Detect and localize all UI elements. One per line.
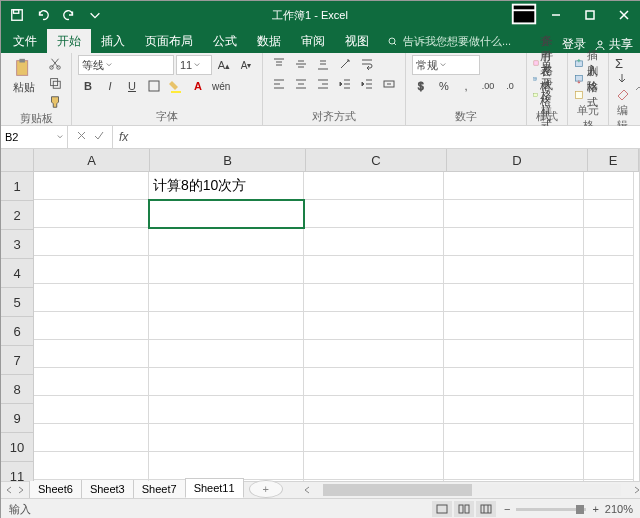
- currency-icon[interactable]: $: [412, 77, 432, 95]
- bold-button[interactable]: B: [78, 77, 98, 95]
- paste-button[interactable]: 粘贴: [7, 55, 41, 95]
- cancel-icon[interactable]: [76, 130, 87, 144]
- cell[interactable]: [584, 340, 634, 368]
- format-cells-button[interactable]: 格式: [574, 87, 602, 103]
- save-icon[interactable]: [5, 3, 29, 27]
- zoom-level[interactable]: 210%: [605, 503, 633, 515]
- cell[interactable]: [584, 172, 634, 200]
- increase-font-icon[interactable]: A▴: [214, 56, 234, 74]
- row-header[interactable]: 6: [1, 317, 33, 346]
- cell[interactable]: [149, 396, 304, 424]
- align-middle-icon[interactable]: [291, 55, 311, 73]
- cell[interactable]: [149, 200, 304, 228]
- cell[interactable]: [149, 340, 304, 368]
- underline-button[interactable]: U: [122, 77, 142, 95]
- cell-styles-button[interactable]: 单元格样式: [533, 87, 561, 103]
- font-name-combo[interactable]: 等线: [78, 55, 174, 75]
- cell[interactable]: [34, 480, 149, 481]
- tab-layout[interactable]: 页面布局: [135, 29, 203, 53]
- cell[interactable]: [584, 396, 634, 424]
- decrease-indent-icon[interactable]: [335, 75, 355, 93]
- cell[interactable]: [444, 452, 584, 480]
- row-header[interactable]: 8: [1, 375, 33, 404]
- select-all-corner[interactable]: [1, 149, 34, 172]
- copy-icon[interactable]: [45, 74, 65, 92]
- cell[interactable]: [34, 172, 149, 200]
- qat-more-icon[interactable]: [83, 3, 107, 27]
- cell[interactable]: [444, 396, 584, 424]
- cell[interactable]: [584, 284, 634, 312]
- cell[interactable]: [149, 424, 304, 452]
- merge-icon[interactable]: [379, 75, 399, 93]
- cell[interactable]: [584, 368, 634, 396]
- redo-icon[interactable]: [57, 3, 81, 27]
- border-icon[interactable]: [144, 77, 164, 95]
- row-header[interactable]: 11: [1, 462, 33, 481]
- cell[interactable]: [34, 312, 149, 340]
- cell[interactable]: [149, 368, 304, 396]
- row-header[interactable]: 4: [1, 259, 33, 288]
- normal-view-icon[interactable]: [432, 501, 452, 517]
- cell[interactable]: [34, 452, 149, 480]
- collapse-ribbon-icon[interactable]: [635, 53, 640, 125]
- cell[interactable]: [34, 424, 149, 452]
- tab-data[interactable]: 数据: [247, 29, 291, 53]
- ribbon-options-icon[interactable]: [509, 0, 539, 31]
- sheet-tab[interactable]: Sheet11: [185, 478, 244, 498]
- cell[interactable]: [584, 228, 634, 256]
- cell[interactable]: [444, 368, 584, 396]
- row-header[interactable]: 1: [1, 172, 33, 201]
- cell[interactable]: [444, 480, 584, 481]
- row-header[interactable]: 7: [1, 346, 33, 375]
- cell[interactable]: [444, 200, 584, 228]
- cell[interactable]: [304, 396, 444, 424]
- add-sheet-button[interactable]: +: [249, 480, 283, 498]
- tab-review[interactable]: 审阅: [291, 29, 335, 53]
- cell[interactable]: [304, 340, 444, 368]
- cell[interactable]: [584, 452, 634, 480]
- sheet-tab[interactable]: Sheet3: [81, 479, 134, 498]
- row-header[interactable]: 9: [1, 404, 33, 433]
- cell[interactable]: [34, 368, 149, 396]
- fill-icon[interactable]: [615, 71, 629, 87]
- fill-color-icon[interactable]: [166, 77, 186, 95]
- align-bottom-icon[interactable]: [313, 55, 333, 73]
- page-break-view-icon[interactable]: [476, 501, 496, 517]
- cell[interactable]: [444, 256, 584, 284]
- cell[interactable]: [444, 284, 584, 312]
- name-box[interactable]: B2: [1, 126, 68, 148]
- align-top-icon[interactable]: [269, 55, 289, 73]
- cell[interactable]: [304, 256, 444, 284]
- font-color-icon[interactable]: A: [188, 77, 208, 95]
- cell[interactable]: [304, 368, 444, 396]
- align-right-icon[interactable]: [313, 75, 333, 93]
- row-header[interactable]: 2: [1, 201, 33, 230]
- cell[interactable]: [34, 228, 149, 256]
- cell[interactable]: [304, 312, 444, 340]
- zoom-control[interactable]: − + 210%: [504, 503, 633, 515]
- format-painter-icon[interactable]: [45, 93, 65, 111]
- cell[interactable]: [34, 284, 149, 312]
- cell[interactable]: [444, 172, 584, 200]
- decrease-font-icon[interactable]: A▾: [236, 56, 256, 74]
- cut-icon[interactable]: [45, 55, 65, 73]
- cell[interactable]: [149, 312, 304, 340]
- page-layout-view-icon[interactable]: [454, 501, 474, 517]
- col-header[interactable]: A: [34, 149, 150, 171]
- increase-indent-icon[interactable]: [357, 75, 377, 93]
- percent-icon[interactable]: %: [434, 77, 454, 95]
- tab-home[interactable]: 开始: [47, 29, 91, 53]
- cell[interactable]: [34, 200, 149, 228]
- cell[interactable]: [149, 256, 304, 284]
- minimize-button[interactable]: [539, 1, 573, 29]
- column-headers[interactable]: ABCDE: [34, 149, 639, 172]
- horizontal-scrollbar[interactable]: [303, 482, 640, 498]
- login-link[interactable]: 登录: [562, 36, 586, 53]
- italic-button[interactable]: I: [100, 77, 120, 95]
- cell[interactable]: [34, 396, 149, 424]
- cell[interactable]: [584, 424, 634, 452]
- increase-decimal-icon[interactable]: .00: [478, 77, 498, 95]
- tab-insert[interactable]: 插入: [91, 29, 135, 53]
- align-center-icon[interactable]: [291, 75, 311, 93]
- font-size-combo[interactable]: 11: [176, 55, 212, 75]
